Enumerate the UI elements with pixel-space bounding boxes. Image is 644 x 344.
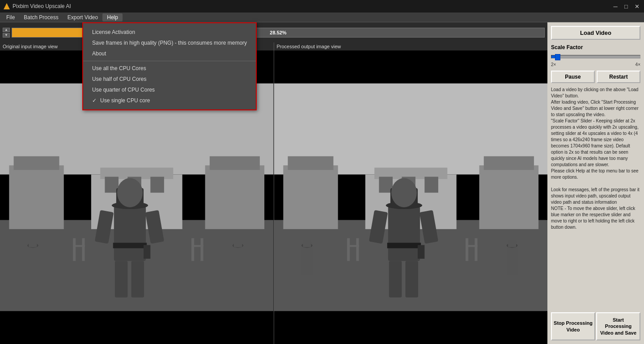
- menu-all-cpu[interactable]: Use all the CPU Cores: [83, 63, 256, 74]
- svg-rect-30: [200, 238, 203, 261]
- dropdown-section-1: License Activation Save frames in high q…: [83, 25, 256, 61]
- menu-half-cpu[interactable]: Use half of CPU Cores: [83, 74, 256, 84]
- svg-rect-57: [506, 248, 517, 275]
- scroll-up-button[interactable]: ▲: [3, 28, 10, 32]
- menu-export-video[interactable]: Export Video: [63, 13, 103, 21]
- svg-rect-23: [29, 240, 37, 247]
- svg-rect-2: [9, 165, 64, 229]
- svg-rect-11: [114, 206, 146, 261]
- svg-rect-4: [205, 165, 264, 229]
- menu-bar: File Batch Process Export Video Help Lic…: [0, 13, 644, 22]
- menu-single-cpu[interactable]: Use single CPU core: [83, 95, 256, 106]
- svg-rect-17: [131, 261, 144, 298]
- stop-processing-button[interactable]: Stop ProcessingVideo: [551, 312, 595, 340]
- menu-about[interactable]: About: [83, 48, 256, 59]
- svg-rect-16: [115, 261, 128, 298]
- minimize-button[interactable]: ─: [612, 3, 619, 10]
- slider-thumb[interactable]: [555, 54, 560, 60]
- svg-rect-28: [82, 238, 85, 261]
- svg-rect-62: [466, 238, 468, 261]
- svg-rect-48: [387, 243, 420, 248]
- app-title: Pixbim Video Upscale AI: [13, 3, 71, 9]
- svg-rect-21: [27, 248, 38, 275]
- svg-rect-61: [356, 238, 359, 261]
- title-bar-left: Pixbim Video Upscale AI: [4, 3, 71, 9]
- menu-help[interactable]: Help: [102, 13, 123, 21]
- svg-rect-32: [191, 245, 203, 247]
- svg-point-14: [117, 178, 143, 207]
- title-bar: Pixbim Video Upscale AI ─ □ ✕: [0, 0, 644, 13]
- svg-rect-50: [405, 261, 418, 298]
- svg-rect-37: [479, 165, 538, 229]
- svg-rect-65: [466, 245, 477, 247]
- svg-rect-63: [475, 238, 477, 261]
- svg-rect-35: [283, 165, 338, 229]
- start-processing-button[interactable]: Start ProcessingVideo and Save: [596, 312, 640, 340]
- output-video-frame: [274, 50, 548, 344]
- svg-rect-36: [288, 156, 333, 170]
- title-bar-controls: ─ □ ✕: [612, 3, 640, 10]
- menu-license-activation[interactable]: License Activation: [83, 27, 256, 38]
- load-video-button[interactable]: Load Video: [551, 26, 640, 40]
- svg-rect-24: [233, 248, 244, 275]
- svg-rect-5: [210, 156, 260, 170]
- svg-rect-59: [508, 240, 516, 247]
- slider-min-label: 2×: [551, 62, 556, 67]
- svg-rect-29: [191, 238, 194, 261]
- menu-file[interactable]: File: [2, 13, 19, 21]
- help-dropdown-menu: License Activation Save frames in high q…: [82, 22, 257, 110]
- svg-rect-44: [388, 206, 419, 261]
- svg-rect-38: [483, 156, 534, 170]
- svg-rect-20: [144, 245, 150, 259]
- scroll-down-button[interactable]: ▼: [3, 33, 10, 38]
- app-icon: [4, 3, 10, 9]
- output-video-panel: Processed output image view: [274, 42, 548, 344]
- scale-factor-slider-track[interactable]: [551, 55, 640, 59]
- scale-factor-title: Scale Factor: [551, 44, 640, 50]
- svg-rect-60: [347, 238, 350, 261]
- menu-batch-process[interactable]: Batch Process: [19, 13, 63, 21]
- svg-rect-31: [73, 245, 85, 247]
- svg-rect-10: [150, 177, 164, 193]
- close-button[interactable]: ✕: [633, 3, 640, 10]
- svg-point-47: [391, 178, 416, 207]
- svg-rect-15: [113, 243, 147, 248]
- progress-text: 28.52%: [270, 30, 286, 35]
- svg-rect-53: [418, 245, 424, 259]
- pause-restart-buttons: Pause Restart: [551, 71, 640, 83]
- scale-slider-container: 2× 4×: [551, 54, 640, 67]
- svg-rect-56: [303, 240, 311, 247]
- output-panel-label: Processed output image view: [274, 42, 548, 50]
- dropdown-section-2: Use all the CPU Cores Use half of CPU Co…: [83, 61, 256, 108]
- slider-labels: 2× 4×: [551, 62, 640, 67]
- svg-rect-27: [73, 238, 76, 261]
- pause-button[interactable]: Pause: [551, 71, 595, 83]
- svg-rect-64: [347, 245, 359, 247]
- bottom-action-buttons: Stop ProcessingVideo Start ProcessingVid…: [551, 312, 640, 340]
- menu-save-frames[interactable]: Save frames in high quality (PNG) - this…: [83, 38, 256, 48]
- svg-rect-3: [14, 156, 59, 170]
- slider-max-label: 4×: [636, 62, 640, 67]
- svg-rect-26: [234, 240, 242, 247]
- svg-rect-49: [389, 261, 402, 298]
- scroll-buttons: ▲ ▼: [3, 28, 10, 38]
- restart-button[interactable]: Restart: [597, 71, 640, 83]
- help-text: Load a video by clicking on the above "L…: [551, 87, 640, 309]
- svg-rect-43: [424, 177, 438, 193]
- maximize-button[interactable]: □: [623, 3, 630, 10]
- menu-quarter-cpu[interactable]: Use quarter of CPU Cores: [83, 84, 256, 95]
- svg-rect-54: [301, 248, 313, 275]
- sidebar: Load Video Scale Factor 2× 4× Pause Rest…: [547, 22, 644, 344]
